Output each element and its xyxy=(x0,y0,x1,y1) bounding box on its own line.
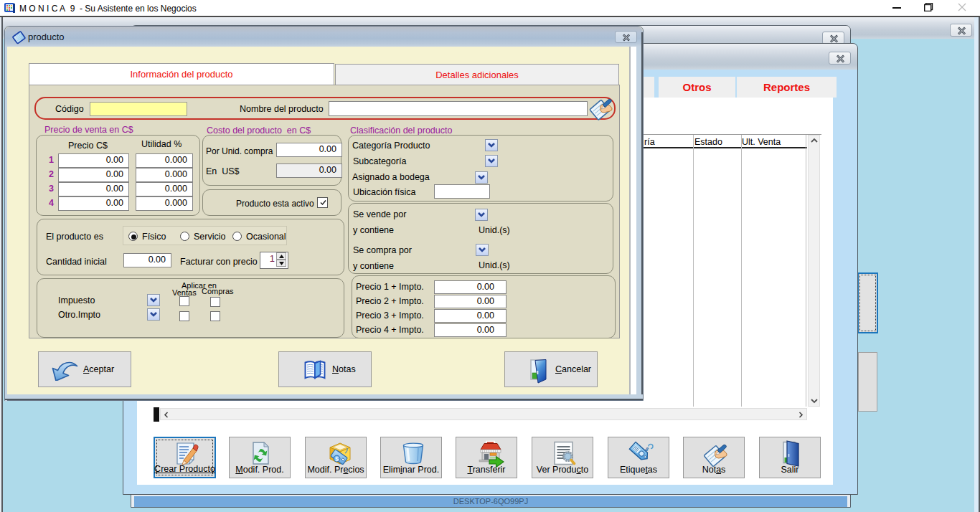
svg-text:$: $ xyxy=(335,455,339,463)
